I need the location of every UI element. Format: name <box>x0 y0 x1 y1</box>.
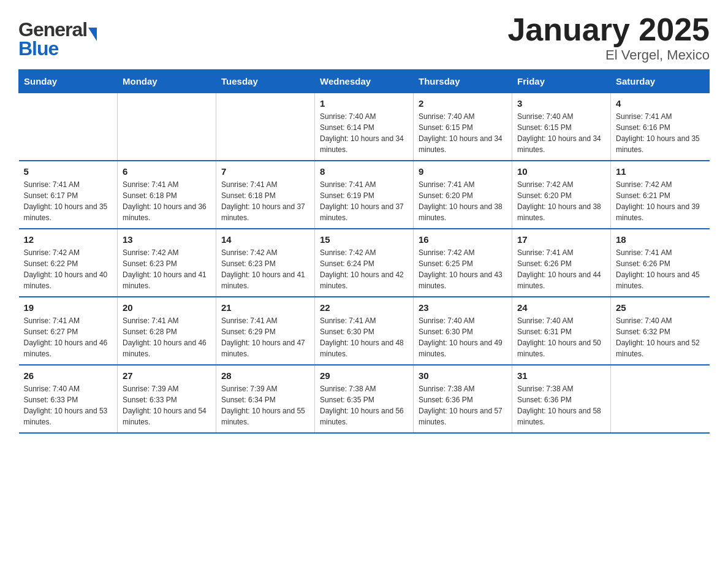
calendar-subtitle: El Vergel, Mexico <box>507 47 710 63</box>
day-info: Sunrise: 7:41 AM Sunset: 6:30 PM Dayligh… <box>320 315 408 359</box>
day-info: Sunrise: 7:42 AM Sunset: 6:22 PM Dayligh… <box>24 247 113 291</box>
day-cell: 14Sunrise: 7:42 AM Sunset: 6:23 PM Dayli… <box>216 229 315 297</box>
day-info: Sunrise: 7:39 AM Sunset: 6:33 PM Dayligh… <box>123 383 211 427</box>
day-number: 9 <box>419 166 507 177</box>
day-info: Sunrise: 7:42 AM Sunset: 6:21 PM Dayligh… <box>616 179 705 223</box>
day-number: 20 <box>123 302 211 313</box>
day-info: Sunrise: 7:40 AM Sunset: 6:15 PM Dayligh… <box>419 111 507 155</box>
day-cell: 31Sunrise: 7:38 AM Sunset: 6:36 PM Dayli… <box>512 365 611 433</box>
day-number: 23 <box>419 302 507 313</box>
day-cell: 19Sunrise: 7:41 AM Sunset: 6:27 PM Dayli… <box>19 297 118 365</box>
day-info: Sunrise: 7:40 AM Sunset: 6:14 PM Dayligh… <box>320 111 408 155</box>
day-number: 8 <box>320 166 408 177</box>
day-info: Sunrise: 7:39 AM Sunset: 6:34 PM Dayligh… <box>221 383 309 427</box>
day-number: 30 <box>419 370 507 381</box>
day-info: Sunrise: 7:42 AM Sunset: 6:23 PM Dayligh… <box>123 247 211 291</box>
day-number: 17 <box>517 234 605 245</box>
week-row-2: 5Sunrise: 7:41 AM Sunset: 6:17 PM Daylig… <box>19 161 710 229</box>
day-info: Sunrise: 7:42 AM Sunset: 6:25 PM Dayligh… <box>419 247 507 291</box>
week-row-1: 1Sunrise: 7:40 AM Sunset: 6:14 PM Daylig… <box>19 93 710 161</box>
calendar-title: January 2025 <box>507 12 710 47</box>
day-number: 31 <box>517 370 605 381</box>
logo-blue: Blue <box>18 37 97 60</box>
day-number: 14 <box>221 234 309 245</box>
day-cell <box>216 93 315 161</box>
day-cell: 3Sunrise: 7:40 AM Sunset: 6:15 PM Daylig… <box>512 93 611 161</box>
day-info: Sunrise: 7:41 AM Sunset: 6:18 PM Dayligh… <box>123 179 211 223</box>
title-block: January 2025 El Vergel, Mexico <box>507 12 710 63</box>
day-info: Sunrise: 7:40 AM Sunset: 6:32 PM Dayligh… <box>616 315 705 359</box>
day-cell: 4Sunrise: 7:41 AM Sunset: 6:16 PM Daylig… <box>611 93 710 161</box>
day-cell: 29Sunrise: 7:38 AM Sunset: 6:35 PM Dayli… <box>315 365 414 433</box>
day-info: Sunrise: 7:41 AM Sunset: 6:29 PM Dayligh… <box>221 315 309 359</box>
day-cell: 25Sunrise: 7:40 AM Sunset: 6:32 PM Dayli… <box>611 297 710 365</box>
day-info: Sunrise: 7:41 AM Sunset: 6:26 PM Dayligh… <box>616 247 705 291</box>
day-info: Sunrise: 7:42 AM Sunset: 6:20 PM Dayligh… <box>517 179 605 223</box>
day-cell: 12Sunrise: 7:42 AM Sunset: 6:22 PM Dayli… <box>19 229 118 297</box>
day-cell <box>19 93 118 161</box>
day-info: Sunrise: 7:41 AM Sunset: 6:26 PM Dayligh… <box>517 247 605 291</box>
day-number: 29 <box>320 370 408 381</box>
day-number: 16 <box>419 234 507 245</box>
header-thursday: Thursday <box>414 70 512 93</box>
day-info: Sunrise: 7:41 AM Sunset: 6:20 PM Dayligh… <box>419 179 507 223</box>
day-cell: 21Sunrise: 7:41 AM Sunset: 6:29 PM Dayli… <box>216 297 315 365</box>
day-info: Sunrise: 7:42 AM Sunset: 6:23 PM Dayligh… <box>221 247 309 291</box>
header-monday: Monday <box>118 70 216 93</box>
day-number: 4 <box>616 98 705 109</box>
day-cell: 7Sunrise: 7:41 AM Sunset: 6:18 PM Daylig… <box>216 161 315 229</box>
day-number: 21 <box>221 302 309 313</box>
day-cell: 5Sunrise: 7:41 AM Sunset: 6:17 PM Daylig… <box>19 161 118 229</box>
week-row-4: 19Sunrise: 7:41 AM Sunset: 6:27 PM Dayli… <box>19 297 710 365</box>
day-number: 22 <box>320 302 408 313</box>
day-cell: 2Sunrise: 7:40 AM Sunset: 6:15 PM Daylig… <box>414 93 512 161</box>
day-info: Sunrise: 7:41 AM Sunset: 6:27 PM Dayligh… <box>24 315 113 359</box>
calendar-header-row: SundayMondayTuesdayWednesdayThursdayFrid… <box>19 70 710 93</box>
day-number: 12 <box>24 234 113 245</box>
logo: General Blue <box>18 18 99 60</box>
header-wednesday: Wednesday <box>315 70 414 93</box>
day-cell: 1Sunrise: 7:40 AM Sunset: 6:14 PM Daylig… <box>315 93 414 161</box>
day-info: Sunrise: 7:40 AM Sunset: 6:15 PM Dayligh… <box>517 111 605 155</box>
day-cell: 13Sunrise: 7:42 AM Sunset: 6:23 PM Dayli… <box>118 229 216 297</box>
day-number: 26 <box>24 370 113 381</box>
day-number: 15 <box>320 234 408 245</box>
day-number: 27 <box>123 370 211 381</box>
day-info: Sunrise: 7:42 AM Sunset: 6:24 PM Dayligh… <box>320 247 408 291</box>
day-number: 24 <box>517 302 605 313</box>
day-info: Sunrise: 7:38 AM Sunset: 6:36 PM Dayligh… <box>419 383 507 427</box>
day-info: Sunrise: 7:40 AM Sunset: 6:33 PM Dayligh… <box>24 383 113 427</box>
day-cell <box>611 365 710 433</box>
day-number: 1 <box>320 98 408 109</box>
day-cell: 18Sunrise: 7:41 AM Sunset: 6:26 PM Dayli… <box>611 229 710 297</box>
day-cell: 30Sunrise: 7:38 AM Sunset: 6:36 PM Dayli… <box>414 365 512 433</box>
day-info: Sunrise: 7:41 AM Sunset: 6:19 PM Dayligh… <box>320 179 408 223</box>
day-cell: 10Sunrise: 7:42 AM Sunset: 6:20 PM Dayli… <box>512 161 611 229</box>
day-info: Sunrise: 7:40 AM Sunset: 6:30 PM Dayligh… <box>419 315 507 359</box>
day-cell: 24Sunrise: 7:40 AM Sunset: 6:31 PM Dayli… <box>512 297 611 365</box>
day-cell <box>118 93 216 161</box>
week-row-3: 12Sunrise: 7:42 AM Sunset: 6:22 PM Dayli… <box>19 229 710 297</box>
logo-icon: General Blue <box>18 18 97 60</box>
day-number: 2 <box>419 98 507 109</box>
day-number: 3 <box>517 98 605 109</box>
day-number: 28 <box>221 370 309 381</box>
day-cell: 22Sunrise: 7:41 AM Sunset: 6:30 PM Dayli… <box>315 297 414 365</box>
day-cell: 8Sunrise: 7:41 AM Sunset: 6:19 PM Daylig… <box>315 161 414 229</box>
day-info: Sunrise: 7:41 AM Sunset: 6:28 PM Dayligh… <box>123 315 211 359</box>
day-number: 7 <box>221 166 309 177</box>
day-info: Sunrise: 7:38 AM Sunset: 6:35 PM Dayligh… <box>320 383 408 427</box>
header-saturday: Saturday <box>611 70 710 93</box>
day-cell: 16Sunrise: 7:42 AM Sunset: 6:25 PM Dayli… <box>414 229 512 297</box>
header-friday: Friday <box>512 70 611 93</box>
day-cell: 15Sunrise: 7:42 AM Sunset: 6:24 PM Dayli… <box>315 229 414 297</box>
day-number: 5 <box>24 166 113 177</box>
day-cell: 23Sunrise: 7:40 AM Sunset: 6:30 PM Dayli… <box>414 297 512 365</box>
day-number: 10 <box>517 166 605 177</box>
day-info: Sunrise: 7:41 AM Sunset: 6:16 PM Dayligh… <box>616 111 705 155</box>
page-header: General Blue January 2025 El Vergel, Mex… <box>18 12 710 63</box>
day-cell: 11Sunrise: 7:42 AM Sunset: 6:21 PM Dayli… <box>611 161 710 229</box>
day-number: 6 <box>123 166 211 177</box>
day-cell: 9Sunrise: 7:41 AM Sunset: 6:20 PM Daylig… <box>414 161 512 229</box>
day-number: 19 <box>24 302 113 313</box>
